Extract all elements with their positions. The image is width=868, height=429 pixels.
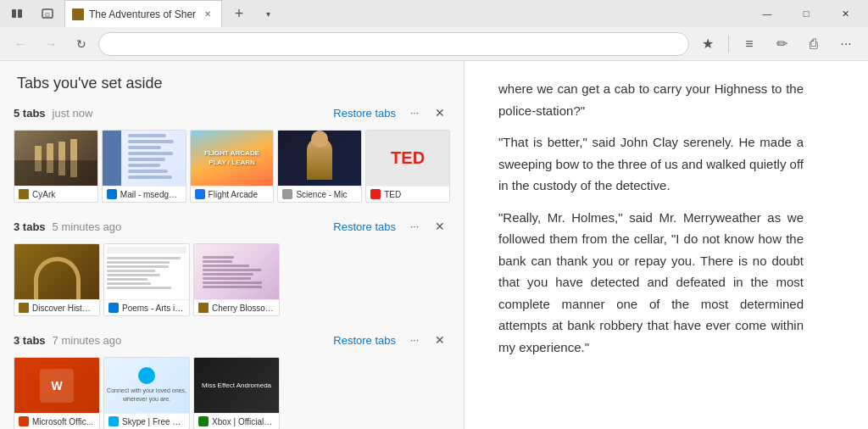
group-count: 3 tabs bbox=[14, 220, 46, 233]
reading-paragraph: "That is better," said John Clay serenel… bbox=[498, 131, 804, 197]
group-more-button[interactable]: ··· bbox=[403, 103, 426, 123]
thumbnail-footer: Poems - Arts in... bbox=[104, 299, 189, 315]
tab-thumbnail-card[interactable]: Connect with your loved ones, wherever y… bbox=[103, 357, 190, 429]
active-tab[interactable]: The Adventures of Sher ✕ bbox=[64, 0, 222, 27]
group-time: 5 minutes ago bbox=[53, 220, 122, 233]
svg-text:⊡: ⊡ bbox=[45, 12, 50, 18]
reading-text: where we can get a cab to carry your Hig… bbox=[498, 78, 804, 358]
tab-group-section: 3 tabs5 minutes agoRestore tabs···✕Disco… bbox=[0, 216, 464, 330]
tab-favicon bbox=[72, 8, 84, 20]
tab-thumbnail-preview bbox=[14, 244, 99, 299]
thumbnail-label: TED bbox=[384, 190, 445, 199]
thumbnail-footer: TED bbox=[366, 186, 449, 202]
maximize-button[interactable]: □ bbox=[787, 0, 826, 27]
thumbnail-label: Xbox | Official S... bbox=[212, 417, 275, 426]
thumbnail-footer: Mail - msedged... bbox=[103, 186, 186, 202]
hub-button[interactable]: ≡ bbox=[734, 29, 765, 59]
tab-group-section: 5 tabsjust nowRestore tabs···✕CyArkMail … bbox=[0, 103, 464, 216]
thumbnail-footer: Microsoft Offic... bbox=[14, 413, 99, 429]
thumbnail-footer: Discover Histor... bbox=[14, 299, 99, 315]
tab-thumbnail-preview: W bbox=[14, 358, 99, 413]
tab-list-button[interactable]: ⊡ bbox=[34, 0, 61, 27]
group-header: 5 tabsjust nowRestore tabs···✕ bbox=[14, 103, 450, 123]
thumbnail-label: CyArk bbox=[32, 190, 93, 199]
tab-group: The Adventures of Sher ✕ bbox=[64, 0, 222, 27]
more-button[interactable]: ··· bbox=[831, 29, 861, 59]
tab-close-button[interactable]: ✕ bbox=[201, 8, 214, 21]
titlebar: ⊡ The Adventures of Sher ✕ + ▾ — □ ✕ bbox=[0, 0, 868, 27]
restore-tabs-button[interactable]: Restore tabs bbox=[330, 105, 399, 121]
group-more-button[interactable]: ··· bbox=[403, 216, 426, 237]
thumbnail-footer: Flight Arcade bbox=[191, 186, 274, 202]
reading-paragraph: "Really, Mr. Holmes," said Mr. Merryweat… bbox=[498, 207, 804, 359]
xbox-favicon-icon bbox=[198, 416, 209, 426]
tab-thumbnail-card[interactable]: Poems - Arts in... bbox=[103, 243, 190, 316]
group-header: 3 tabs5 minutes agoRestore tabs···✕ bbox=[14, 216, 450, 237]
tab-thumbnail-card[interactable]: WMicrosoft Offic... bbox=[14, 357, 100, 429]
thumbnail-label: Discover Histor... bbox=[32, 304, 95, 313]
thumbnails-row: Discover Histor...Poems - Arts in...Cher… bbox=[14, 243, 450, 316]
refresh-button[interactable]: ↻ bbox=[68, 31, 95, 58]
thumbnail-footer: Skype | Free cal... bbox=[104, 413, 189, 429]
favorites-button[interactable]: ★ bbox=[693, 29, 723, 59]
cyark-favicon-icon bbox=[19, 189, 29, 199]
thumbnail-footer: Xbox | Official S... bbox=[194, 413, 279, 429]
thumbnail-label: Skype | Free cal... bbox=[122, 417, 185, 426]
group-close-button[interactable]: ✕ bbox=[430, 330, 450, 350]
thumbnail-label: Poems - Arts in... bbox=[122, 304, 185, 313]
tab-thumbnail-card[interactable]: Cherry Blossom... bbox=[193, 243, 280, 316]
tab-thumbnail-card[interactable]: Miss Effect AndromedaXbox | Official S..… bbox=[193, 357, 280, 429]
minimize-button[interactable]: — bbox=[748, 0, 787, 27]
toolbar-right: ★ ≡ ✏ ⎙ ··· bbox=[693, 29, 861, 59]
thumbnail-label: Mail - msedged... bbox=[120, 190, 181, 199]
tab-thumbnail-preview bbox=[14, 131, 97, 186]
group-close-button[interactable]: ✕ bbox=[430, 103, 450, 123]
tab-thumbnail-preview bbox=[278, 131, 361, 186]
back-button[interactable]: ← bbox=[7, 31, 34, 58]
tab-thumbnail-card[interactable]: FLIGHT ARCADEPLAY / LEARNFlight Arcade bbox=[190, 130, 275, 203]
thumbnails-row: CyArkMail - msedged...FLIGHT ARCADEPLAY … bbox=[14, 130, 450, 203]
poems-favicon-icon bbox=[108, 303, 119, 313]
close-button[interactable]: ✕ bbox=[826, 0, 865, 27]
notes-button[interactable]: ✏ bbox=[766, 29, 797, 59]
tab-thumbnail-preview: Connect with your loved ones, wherever y… bbox=[104, 358, 189, 413]
tab-thumbnail-card[interactable]: Mail - msedged... bbox=[102, 130, 186, 203]
tab-thumbnail-preview: Miss Effect Andromeda bbox=[194, 358, 279, 413]
forward-button[interactable]: → bbox=[37, 31, 64, 58]
thumbnail-label: Microsoft Offic... bbox=[32, 417, 95, 426]
tab-thumbnail-card[interactable]: Discover Histor... bbox=[14, 243, 100, 316]
restore-tabs-button[interactable]: Restore tabs bbox=[330, 332, 399, 348]
thumbnail-footer: Cherry Blossom... bbox=[194, 299, 279, 315]
navbar: ← → ↻ ★ ≡ ✏ ⎙ ··· bbox=[0, 27, 868, 61]
new-tab-button[interactable]: + bbox=[225, 0, 253, 27]
window-controls: — □ ✕ bbox=[748, 0, 865, 27]
share-button[interactable]: ⎙ bbox=[798, 29, 829, 59]
science-favicon-icon bbox=[282, 189, 292, 199]
thumbnail-label: Science - Mic bbox=[296, 190, 357, 199]
tab-thumbnail-card[interactable]: CyArk bbox=[14, 130, 98, 203]
thumbnail-footer: CyArk bbox=[14, 186, 97, 202]
group-close-button[interactable]: ✕ bbox=[430, 216, 450, 237]
msoffice-favicon-icon bbox=[19, 416, 29, 426]
left-panel: Tabs you've set aside 5 tabsjust nowRest… bbox=[0, 61, 465, 429]
tab-title: The Adventures of Sher bbox=[89, 8, 196, 20]
restore-tabs-button[interactable]: Restore tabs bbox=[330, 219, 399, 235]
tab-thumbnail-card[interactable]: TEDTED bbox=[365, 130, 450, 203]
thumbnail-label: Cherry Blossom... bbox=[212, 304, 275, 313]
tab-aside-button[interactable] bbox=[3, 0, 31, 27]
cherry-favicon-icon bbox=[198, 303, 209, 313]
group-more-button[interactable]: ··· bbox=[403, 330, 426, 350]
address-bar[interactable] bbox=[98, 32, 689, 56]
tab-dropdown-button[interactable]: ▾ bbox=[256, 2, 280, 25]
right-panel: where we can get a cab to carry your Hig… bbox=[465, 61, 868, 429]
group-time: just now bbox=[53, 107, 93, 120]
tab-thumbnail-card[interactable]: Science - Mic bbox=[277, 130, 362, 203]
toolbar-divider bbox=[728, 36, 729, 53]
titlebar-left: ⊡ The Adventures of Sher ✕ + ▾ bbox=[3, 0, 280, 27]
mail-favicon-icon bbox=[107, 189, 117, 199]
thumbnail-label: Flight Arcade bbox=[209, 190, 270, 199]
skype-favicon-icon bbox=[108, 416, 119, 426]
tab-thumbnail-preview bbox=[194, 244, 279, 299]
ted-favicon-icon bbox=[370, 189, 381, 199]
reading-paragraph: where we can get a cab to carry your Hig… bbox=[498, 78, 804, 121]
